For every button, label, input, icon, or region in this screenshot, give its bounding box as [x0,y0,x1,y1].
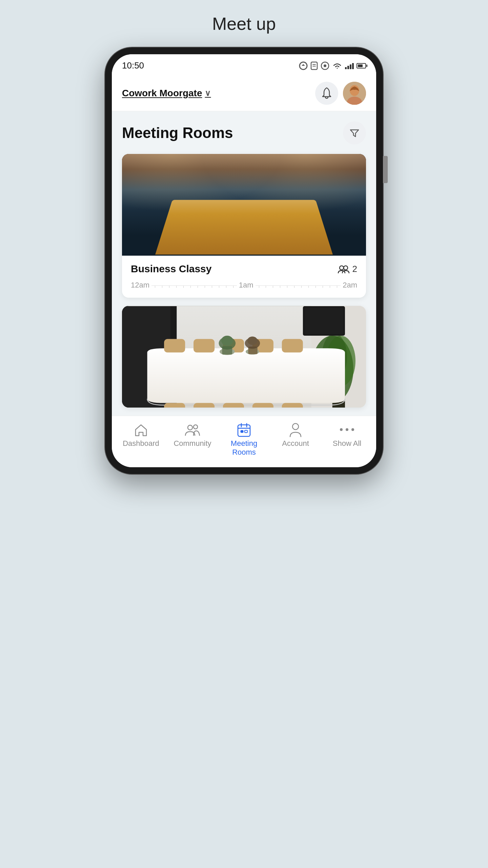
phone-frame: 10:50 [105,47,383,474]
timeline-start-1: 12am [131,281,149,290]
svg-point-28 [224,207,247,224]
room-capacity-1: 2 [338,264,357,274]
svg-point-32 [340,266,344,270]
main-content: Meeting Rooms [112,111,376,408]
room-card[interactable]: Business Classy 2 12am [122,154,366,298]
svg-rect-53 [252,403,273,408]
room-scene-1 [122,154,366,256]
nav-label-show-all: Show All [333,439,361,448]
wifi-icon [332,62,342,70]
room-scene-2 [122,306,366,408]
timeline-ticks-1 [151,285,237,290]
dots-icon [339,422,355,437]
filter-button[interactable] [343,121,366,144]
svg-rect-67 [238,425,250,436]
section-title: Meeting Rooms [122,124,233,141]
page-title: Meet up [212,14,276,34]
capacity-icon-1 [338,264,350,273]
community-icon [184,422,201,437]
svg-point-30 [283,207,306,224]
nav-label-community: Community [174,439,211,448]
location-selector[interactable]: Cowork Moorgate ∨ [122,88,211,99]
svg-rect-12 [130,154,156,256]
timeline-1: 12am 1am [131,281,357,294]
svg-rect-49 [282,339,303,353]
svg-point-18 [271,154,339,175]
room-info-1: Business Classy 2 12am [122,256,366,298]
phone-screen: 10:50 [112,54,376,467]
svg-rect-45 [164,339,185,353]
svg-rect-2 [312,64,316,65]
signal-bars [345,62,354,69]
svg-rect-44 [305,308,343,334]
svg-rect-71 [241,430,243,433]
bell-icon [321,87,332,99]
svg-point-58 [221,336,233,346]
timeline-mid-1: 1am [239,281,253,290]
app-icon-2 [310,61,318,70]
app-icon-1 [299,61,308,70]
app-icon-3 [321,61,329,70]
nav-label-meeting-rooms: MeetingRooms [231,439,257,457]
svg-rect-11 [126,154,160,256]
chevron-down-icon: ∨ [205,88,211,98]
nav-item-meeting-rooms[interactable]: MeetingRooms [224,422,264,457]
room-image-1 [122,154,366,256]
svg-point-5 [324,64,326,67]
svg-rect-54 [282,403,303,408]
nav-item-show-all[interactable]: Show All [327,422,367,457]
svg-point-17 [149,154,217,175]
svg-rect-10 [122,154,164,256]
svg-point-65 [188,425,192,430]
svg-point-27 [195,207,218,224]
status-time: 10:50 [122,60,144,71]
capacity-count-1: 2 [352,264,357,274]
nav-label-account: Account [282,439,309,448]
room-image-2-container [122,306,366,408]
nav-item-account[interactable]: Account [275,422,316,457]
status-icons [299,61,366,70]
filter-icon [349,128,360,138]
svg-rect-51 [194,403,215,408]
notification-button[interactable] [315,82,338,105]
svg-point-75 [346,428,348,431]
nav-label-dashboard: Dashboard [123,439,159,448]
svg-point-62 [247,336,258,345]
room-name-row-1: Business Classy 2 [131,263,357,275]
svg-point-66 [194,425,198,429]
svg-rect-52 [223,403,244,408]
svg-rect-19 [248,154,366,256]
person-icon [287,422,304,437]
svg-rect-9 [122,154,366,256]
header-actions [315,82,366,105]
user-avatar[interactable] [343,82,366,105]
section-header: Meeting Rooms [122,121,366,144]
calendar-icon [236,422,252,437]
svg-point-33 [344,266,348,270]
svg-rect-3 [312,66,316,66]
svg-line-23 [316,154,320,256]
bottom-nav: Dashboard Community [112,416,376,467]
timeline-end-1: 2am [343,281,357,290]
svg-point-73 [292,423,299,430]
nav-item-dashboard[interactable]: Dashboard [121,422,161,457]
svg-point-76 [351,428,354,431]
battery-icon [357,63,366,68]
location-name: Cowork Moorgate [122,88,202,99]
svg-line-25 [349,154,353,256]
svg-point-74 [340,428,343,431]
svg-line-20 [265,154,269,256]
svg-line-21 [282,154,286,256]
nav-item-community[interactable]: Community [172,422,213,457]
svg-line-22 [299,154,303,256]
room-name-1: Business Classy [131,263,211,275]
svg-rect-72 [245,430,247,433]
room-card-2[interactable] [122,306,366,408]
svg-point-29 [253,207,277,224]
app-header: Cowork Moorgate ∨ [112,75,376,111]
avatar-image [343,82,366,105]
status-bar: 10:50 [112,54,376,75]
svg-point-26 [165,207,189,224]
svg-rect-46 [194,339,215,353]
timeline-ticks-1b [256,285,341,290]
